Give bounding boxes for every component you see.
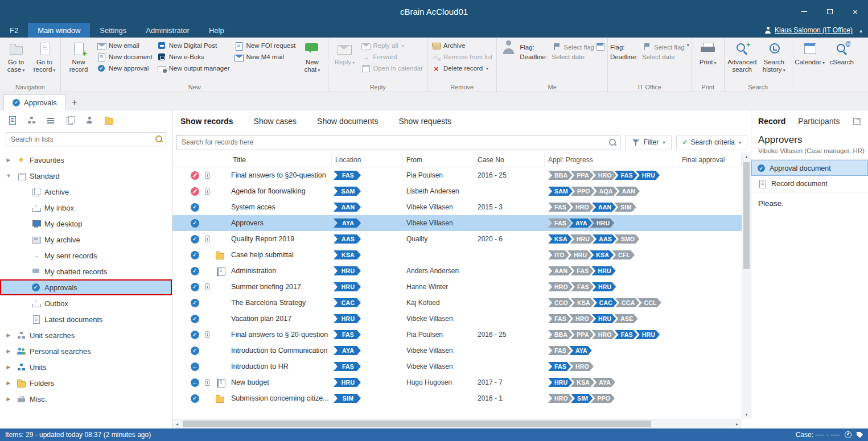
sidebar-item-my-inbox[interactable]: My inbox: [0, 200, 172, 216]
sidebar-item-standard[interactable]: ▼Standard: [0, 168, 172, 184]
table-row[interactable]: Case help submittalKSAITOHRUKSACFL: [172, 247, 742, 263]
menu-tab-f2[interactable]: F2: [0, 23, 28, 38]
menu-tab-settings[interactable]: Settings: [90, 23, 136, 38]
sidebar-item-favourites[interactable]: ▶Favourites: [0, 152, 172, 168]
new-email-button[interactable]: New email: [95, 40, 154, 51]
table-row[interactable]: Final answers to § 20-questionFASPia Pou…: [172, 327, 742, 343]
user-link[interactable]: Klaus Salomon (IT Office): [764, 26, 853, 34]
table-row[interactable]: ApproversAYAVibeke VillasenFASAYAHRU: [172, 215, 742, 231]
view-tab-show-cases[interactable]: Show cases: [254, 117, 297, 126]
sidebar-item-misc[interactable]: ▶Misc.: [0, 391, 172, 407]
view-tab-show-requests[interactable]: Show requests: [398, 117, 451, 126]
new-record-button[interactable]: New record: [63, 39, 94, 75]
chevron-right-icon[interactable]: ▶: [5, 380, 13, 386]
search-in-lists-input[interactable]: [6, 132, 166, 146]
select-date-dropdown[interactable]: Select date: [642, 53, 675, 60]
go-to-case-button[interactable]: Go to case▾: [2, 39, 30, 75]
new-eboks-button[interactable]: New e-Boks: [155, 51, 232, 63]
column-header-from[interactable]: From: [403, 153, 474, 167]
sidebar-item-personal-searches[interactable]: ▶Personal searches: [0, 343, 172, 359]
column-header-case-no[interactable]: Case No: [474, 153, 545, 167]
collapse-ribbon-icon[interactable]: ▴: [859, 27, 862, 34]
sidebar-item-folders[interactable]: ▶Folders: [0, 375, 172, 391]
delete-record-button[interactable]: Delete record▾: [430, 63, 494, 74]
chevron-down-icon[interactable]: ▾: [687, 43, 689, 48]
table-row[interactable]: Summer briefing 2017HRUHanne WinterHROFA…: [172, 279, 742, 295]
new-chat-button[interactable]: New chat▾: [298, 39, 326, 75]
new-tab-button[interactable]: +: [66, 95, 83, 110]
search-criteria-button[interactable]: ✓ Search criteria ▾: [676, 135, 747, 150]
column-header-title[interactable]: Title: [229, 153, 332, 167]
table-row[interactable]: Introduction to HRFASVibeke VillasenFASH…: [172, 358, 742, 374]
new-document-button[interactable]: New document: [95, 51, 154, 63]
scroll-right-icon[interactable]: ▸: [733, 419, 742, 428]
sidebar-item-unit-searches[interactable]: ▶Unit searches: [0, 327, 172, 343]
table-row[interactable]: System accesAANVibeke Villasen2015 - 3FA…: [172, 199, 742, 215]
chevron-down-icon[interactable]: ▼: [5, 173, 13, 179]
table-row[interactable]: Introduction to CommunicationAYAVibeke V…: [172, 343, 742, 358]
reply-all-button[interactable]: Reply all▾: [359, 40, 425, 51]
sidebar-item-my-archive[interactable]: My archive: [0, 232, 172, 248]
select-date-dropdown[interactable]: Select date: [552, 53, 585, 60]
table-row[interactable]: The Barcelona StrategyCACKaj KofoedCCOKS…: [172, 295, 742, 311]
case-lists-icon[interactable]: [63, 113, 77, 127]
view-tab-show-documents[interactable]: Show documents: [317, 117, 378, 126]
new-m4-mail-button[interactable]: New M4 mail: [232, 51, 297, 63]
record-document-item[interactable]: Record document: [751, 176, 868, 191]
table-row[interactable]: AdministrationHRUAnders AndersenAANFASHR…: [172, 263, 742, 279]
close-button[interactable]: ×: [842, 0, 868, 23]
new-output-manager-button[interactable]: New output manager: [155, 63, 232, 74]
list-view-icon[interactable]: [43, 113, 58, 127]
sidebar-item-my-sent-records[interactable]: My sent records: [0, 248, 172, 263]
tab-approvals[interactable]: Approvals: [3, 94, 66, 110]
advanced-search-button[interactable]: + Advanced search: [727, 39, 758, 75]
chevron-right-icon[interactable]: ▶: [5, 396, 13, 402]
column-header-appl-progress[interactable]: Appl: Progress: [545, 153, 678, 167]
calendar-button[interactable]: Calendar▾: [795, 39, 825, 68]
chevron-right-icon[interactable]: ▶: [5, 332, 13, 338]
tag-icon[interactable]: [857, 432, 863, 438]
minimize-button[interactable]: [791, 0, 817, 23]
sidebar-item-outbox[interactable]: Outbox: [0, 295, 172, 311]
scroll-up-icon[interactable]: ▴: [742, 153, 751, 161]
popout-icon[interactable]: [853, 118, 861, 125]
sidebar-item-archive[interactable]: Archive: [0, 184, 172, 200]
gauge-icon[interactable]: [845, 431, 851, 438]
new-foi-request-button[interactable]: New FOI request: [232, 40, 297, 51]
scroll-left-icon[interactable]: ◂: [172, 419, 182, 428]
tab-participants[interactable]: Participants: [798, 117, 840, 126]
chevron-right-icon[interactable]: ▶: [5, 364, 13, 370]
view-tab-show-records[interactable]: Show records: [180, 117, 233, 126]
vertical-scrollbar[interactable]: ▴ ▾: [742, 153, 751, 419]
participants-icon[interactable]: [82, 113, 97, 127]
csearch-button[interactable]: @ cSearch: [826, 39, 857, 68]
table-row[interactable]: Vacation plan 2017HRUVibeke VillasenFASH…: [172, 311, 742, 327]
column-header-final-approval[interactable]: Final approval: [678, 153, 742, 167]
folders-view-icon[interactable]: [101, 113, 116, 127]
menu-tab-administrator[interactable]: Administrator: [136, 23, 199, 38]
scroll-down-icon[interactable]: ▾: [742, 410, 751, 419]
select-flag-dropdown[interactable]: Select flag: [654, 44, 685, 51]
menu-tab-help[interactable]: Help: [199, 23, 234, 38]
column-header-location[interactable]: Location: [332, 153, 403, 167]
new-digital-post-button[interactable]: New Digital Post: [155, 40, 232, 51]
chevron-right-icon[interactable]: ▶: [5, 157, 13, 163]
filter-button[interactable]: Filter ▾: [625, 135, 672, 150]
open-in-calendar-button[interactable]: Open in calendar: [359, 63, 425, 74]
tab-record[interactable]: Record: [758, 117, 785, 126]
scrollbar-thumb[interactable]: [183, 421, 651, 427]
menu-tab-main-window[interactable]: Main window: [28, 23, 90, 38]
print-button[interactable]: Print▾: [694, 39, 722, 68]
sidebar-item-my-desktop[interactable]: My desktop: [0, 216, 172, 232]
forward-button[interactable]: Forward: [359, 51, 425, 63]
date-picker-icon[interactable]: [595, 43, 605, 51]
table-row[interactable]: Agenda for floorwalkingSAMLisbeth Anders…: [172, 183, 742, 199]
table-row[interactable]: Quality Report 2019AASQuality2020 - 6KSA…: [172, 231, 742, 247]
archive-button[interactable]: Archive: [430, 40, 494, 51]
table-row[interactable]: New budgetHRUHugo Hugosen2017 - 7HRUKSAA…: [172, 374, 742, 390]
sidebar-item-latest-documents[interactable]: Latest documents: [0, 311, 172, 327]
org-structure-icon[interactable]: [24, 113, 39, 127]
sidebar-item-my-chatted-records[interactable]: My chatted records: [0, 263, 172, 279]
select-flag-dropdown[interactable]: Select flag: [563, 44, 594, 51]
sidebar-item-approvals[interactable]: Approvals: [0, 279, 172, 295]
